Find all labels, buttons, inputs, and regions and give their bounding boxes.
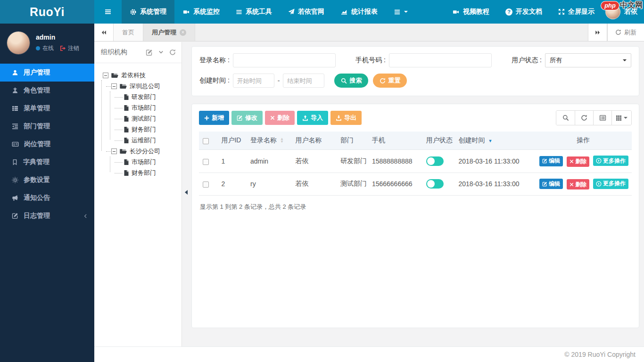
reset-button[interactable]: 重置	[373, 74, 407, 88]
table-columns-dropdown-button[interactable]	[611, 111, 631, 125]
sidebar-item-role-manage[interactable]: 角色管理	[0, 82, 94, 99]
search-button[interactable]: 搜索	[334, 74, 368, 88]
tab-close-icon[interactable]	[180, 29, 186, 36]
online-status-label: 在线	[42, 44, 54, 52]
tree-collapse-icon[interactable]	[111, 83, 117, 89]
row-delete-button[interactable]: 删除	[567, 156, 589, 167]
col-user-id[interactable]: 用户ID	[217, 132, 247, 150]
end-time-input[interactable]	[283, 74, 324, 88]
cell-user-id: 2	[217, 173, 247, 196]
topnav-item-label: 开发文档	[516, 8, 542, 16]
list-alt-icon	[599, 115, 606, 121]
topnav-item-statistics[interactable]: 统计报表	[332, 0, 386, 24]
sidebar-item-param-settings[interactable]: 参数设置	[0, 171, 94, 189]
topnav-item-system-tools[interactable]: 系统工具	[228, 0, 280, 24]
edit-button[interactable]: 修改	[231, 111, 263, 125]
tree-collapse-icon[interactable]	[103, 73, 108, 78]
user-icon	[12, 69, 18, 76]
phone-input[interactable]	[389, 53, 492, 67]
delete-button[interactable]: 删除	[265, 111, 295, 125]
topnav-item-video-tutorial[interactable]: 视频教程	[444, 8, 497, 16]
tree-collapse-icon[interactable]	[111, 148, 117, 154]
row-checkbox[interactable]	[203, 159, 209, 165]
tree-node-root[interactable]: 若依科技	[99, 70, 179, 81]
col-create-time[interactable]: 创建时间▼	[455, 132, 535, 150]
sidebar-item-log-manage[interactable]: 日志管理	[0, 207, 94, 225]
table-detail-view-button[interactable]	[593, 111, 611, 125]
tree-node-label: 测试部门	[132, 115, 156, 123]
sort-desc-icon[interactable]: ▼	[488, 139, 493, 143]
row-edit-button[interactable]: 编辑	[539, 179, 563, 189]
row-more-button[interactable]: 更多操作	[593, 179, 628, 189]
refresh-icon	[380, 78, 386, 84]
tree-node-dept[interactable]: 市场部门	[99, 156, 179, 167]
col-user-name[interactable]: 用户名称	[291, 132, 336, 150]
user-status-select[interactable]: 所有	[545, 53, 631, 67]
sidebar-item-menu-manage[interactable]: 菜单管理	[0, 99, 94, 117]
table-row[interactable]: 1 admin 若依 研发部门 15888888888 2018-03-16 1…	[199, 150, 632, 173]
col-phone[interactable]: 手机	[368, 132, 422, 150]
tree-node-dept[interactable]: 运维部门	[99, 135, 179, 146]
tree-node-dept[interactable]: 市场部门	[99, 102, 179, 113]
tree-node-label: 财务部门	[132, 125, 156, 134]
refresh-icon[interactable]	[169, 49, 176, 56]
table-refresh-button[interactable]	[575, 111, 593, 125]
topnav-item-label: 系统工具	[246, 8, 272, 16]
tab-home[interactable]: 首页	[114, 24, 143, 41]
row-checkbox[interactable]	[203, 181, 209, 188]
logout-link[interactable]: 注销	[60, 44, 79, 52]
cell-dept: 研发部门	[337, 150, 368, 173]
sidebar-item-user-manage[interactable]: 用户管理	[0, 64, 94, 82]
tree-node-dept[interactable]: 测试部门	[99, 113, 179, 124]
col-status[interactable]: 用户状态	[422, 132, 455, 150]
tree-node-company[interactable]: 长沙分公司	[99, 146, 179, 156]
status-toggle[interactable]	[426, 156, 444, 166]
sort-icon[interactable]: ▲▼	[280, 138, 284, 143]
login-name-input[interactable]	[233, 53, 336, 67]
refresh-icon	[581, 115, 587, 121]
tabs-scroll-left-button[interactable]	[94, 24, 114, 41]
tabs-scroll-right-button[interactable]	[588, 24, 607, 41]
sidebar-toggle-button[interactable]	[94, 0, 122, 24]
tree-node-dept[interactable]: 财务部门	[99, 124, 179, 135]
status-toggle[interactable]	[426, 179, 444, 189]
tree-node-company[interactable]: 深圳总公司	[99, 81, 179, 91]
row-more-button[interactable]: 更多操作	[593, 156, 628, 166]
avatar[interactable]	[7, 32, 30, 54]
sidebar-item-post-manage[interactable]: 岗位管理	[0, 135, 94, 153]
sidebar-user-panel: admin 在线 注销	[0, 24, 94, 64]
row-delete-button[interactable]: 删除	[567, 179, 589, 189]
topnav-item-dev-docs[interactable]: 开发文档	[497, 8, 550, 16]
export-button[interactable]: 导出	[330, 111, 362, 125]
topnav-item-fullscreen[interactable]: 全屏显示	[550, 8, 603, 16]
topnav-item-official-site[interactable]: 若依官网	[280, 0, 332, 24]
start-time-input[interactable]	[233, 74, 274, 88]
topbar: RuoYi 系统管理 系统监控 系统工具 若依官网 统计报表	[0, 0, 644, 24]
col-login-name[interactable]: 登录名称▲▼	[247, 132, 291, 150]
tree-node-dept[interactable]: 研发部门	[99, 91, 179, 102]
video-camera-icon	[182, 9, 190, 15]
tree-node-dept[interactable]: 财务部门	[99, 167, 179, 178]
edit-icon[interactable]	[146, 49, 153, 56]
sidebar-item-dept-manage[interactable]: 部门管理	[0, 117, 94, 135]
tab-refresh-button[interactable]: 刷新	[607, 24, 644, 41]
row-delete-label: 删除	[575, 157, 586, 165]
topnav-item-system-manage[interactable]: 系统管理	[122, 0, 174, 24]
chevron-down-icon[interactable]	[158, 50, 164, 55]
tree-collapse-handle[interactable]	[182, 190, 188, 195]
sidebar-item-dict-manage[interactable]: 字典管理	[0, 153, 94, 171]
col-dept[interactable]: 部门	[337, 132, 368, 150]
caret-down-icon	[404, 11, 408, 15]
add-button[interactable]: 新增	[199, 111, 229, 125]
app-logo[interactable]: RuoYi	[0, 0, 94, 24]
table-row[interactable]: 2 ry 若依 测试部门 15666666666 2018-03-16 11:3…	[199, 173, 632, 196]
table-search-toggle-button[interactable]	[556, 111, 575, 125]
tab-user-manage[interactable]: 用户管理	[143, 24, 195, 41]
select-all-checkbox[interactable]	[203, 138, 209, 144]
sidebar-item-notice[interactable]: 通知公告	[0, 189, 94, 207]
topnav-more-dropdown[interactable]	[386, 0, 416, 24]
row-edit-label: 编辑	[549, 157, 560, 165]
import-button[interactable]: 导入	[297, 111, 328, 125]
topnav-item-system-monitor[interactable]: 系统监控	[174, 0, 228, 24]
row-edit-button[interactable]: 编辑	[539, 156, 563, 166]
